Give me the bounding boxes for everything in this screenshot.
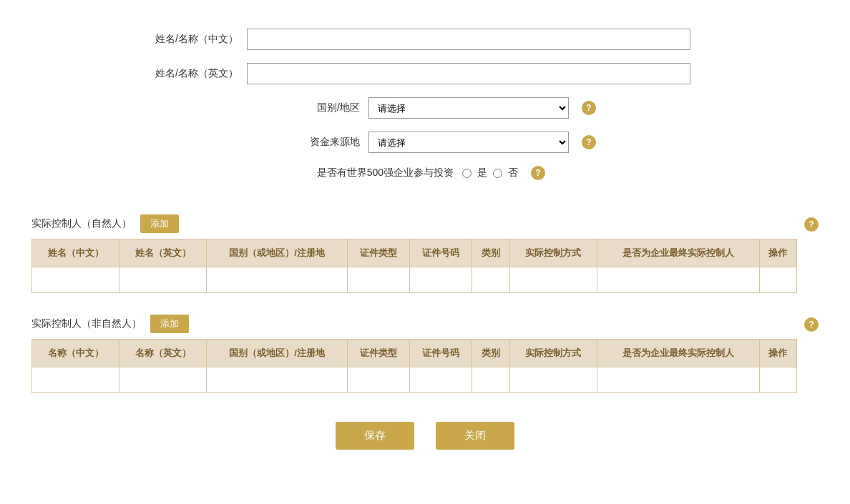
nnp-col-control-method: 实际控制方式 [509, 340, 597, 367]
np-col-name-en: 姓名（英文） [119, 239, 207, 267]
name-en-input[interactable] [247, 63, 690, 84]
non-natural-person-help-icon[interactable]: ? [804, 317, 819, 332]
nnp-col-name-en: 名称（英文） [119, 340, 207, 367]
natural-person-table: 姓名（中文） 姓名（英文） 国别（或地区）/注册地 证件类型 证件号码 类别 实… [31, 239, 797, 293]
name-en-row: 姓名/名称（英文） [31, 63, 819, 84]
name-en-label: 姓名/名称（英文） [132, 67, 247, 80]
country-select[interactable]: 请选择 [368, 97, 569, 119]
form-section: 姓名/名称（中文） 姓名/名称（英文） 国别/地区 请选择 [31, 21, 819, 207]
natural-person-help-icon[interactable]: ? [804, 217, 819, 232]
natural-person-title: 实际控制人（自然人） [31, 217, 132, 230]
nnp-col-name-cn: 名称（中文） [32, 340, 119, 367]
fund-source-help-icon[interactable]: ? [582, 135, 596, 149]
non-natural-person-section-header: 实际控制人（非自然人） 添加 [31, 307, 797, 339]
non-natural-person-add-button[interactable]: 添加 [150, 315, 189, 333]
name-cn-input[interactable] [247, 29, 690, 50]
nnp-col-category: 类别 [472, 340, 509, 367]
country-row: 国别/地区 请选择 ? [31, 97, 819, 119]
fortune500-help-icon[interactable]: ? [531, 166, 545, 180]
np-col-cert-type: 证件类型 [347, 239, 409, 267]
fund-source-select[interactable]: 请选择 [368, 132, 569, 153]
fortune500-radio-yes[interactable] [462, 169, 472, 178]
fund-source-row: 资金来源地 请选择 ? [31, 132, 819, 153]
save-button[interactable]: 保存 [336, 422, 414, 450]
nnp-col-country: 国别（或地区）/注册地 [207, 340, 348, 367]
fortune500-radio-group: 是 否 [462, 167, 518, 179]
fortune500-radio-no[interactable] [493, 169, 502, 178]
non-natural-person-table-header: 名称（中文） 名称（英文） 国别（或地区）/注册地 证件类型 证件号码 类别 实… [32, 340, 797, 367]
name-cn-row: 姓名/名称（中文） [31, 29, 819, 50]
nnp-col-cert-no: 证件号码 [410, 340, 472, 367]
fortune500-row: 是否有世界500强企业参与投资 是 否 ? [31, 166, 819, 180]
np-col-country: 国别（或地区）/注册地 [207, 239, 348, 267]
fund-source-label: 资金来源地 [254, 136, 368, 149]
button-row: 保存 关闭 [31, 422, 819, 464]
fortune500-label: 是否有世界500强企业参与投资 [305, 167, 462, 179]
nnp-col-cert-type: 证件类型 [347, 340, 409, 367]
np-col-control-method: 实际控制方式 [509, 239, 597, 267]
np-col-category: 类别 [472, 239, 509, 267]
np-col-action: 操作 [759, 239, 796, 267]
fortune500-no-label: 否 [508, 167, 518, 179]
non-natural-person-title: 实际控制人（非自然人） [31, 317, 142, 330]
country-label: 国别/地区 [254, 102, 368, 114]
name-cn-label: 姓名/名称（中文） [132, 33, 247, 46]
natural-person-empty-row [32, 267, 797, 293]
np-col-is-final: 是否为企业最终实际控制人 [597, 239, 759, 267]
np-col-cert-no: 证件号码 [410, 239, 472, 267]
nnp-col-action: 操作 [759, 340, 796, 367]
natural-person-add-button[interactable]: 添加 [140, 214, 179, 233]
nnp-col-is-final: 是否为企业最终实际控制人 [597, 340, 759, 367]
non-natural-person-empty-row [32, 367, 797, 393]
natural-person-table-header: 姓名（中文） 姓名（英文） 国别（或地区）/注册地 证件类型 证件号码 类别 实… [32, 239, 797, 267]
natural-person-section-header: 实际控制人（自然人） 添加 [31, 207, 797, 239]
country-help-icon[interactable]: ? [582, 101, 596, 115]
np-col-name-cn: 姓名（中文） [32, 239, 119, 267]
non-natural-person-table: 名称（中文） 名称（英文） 国别（或地区）/注册地 证件类型 证件号码 类别 实… [31, 339, 797, 393]
fortune500-yes-label: 是 [477, 167, 487, 179]
close-button[interactable]: 关闭 [436, 422, 514, 450]
page-container: 姓名/名称（中文） 姓名/名称（英文） 国别/地区 请选择 [31, 21, 819, 464]
